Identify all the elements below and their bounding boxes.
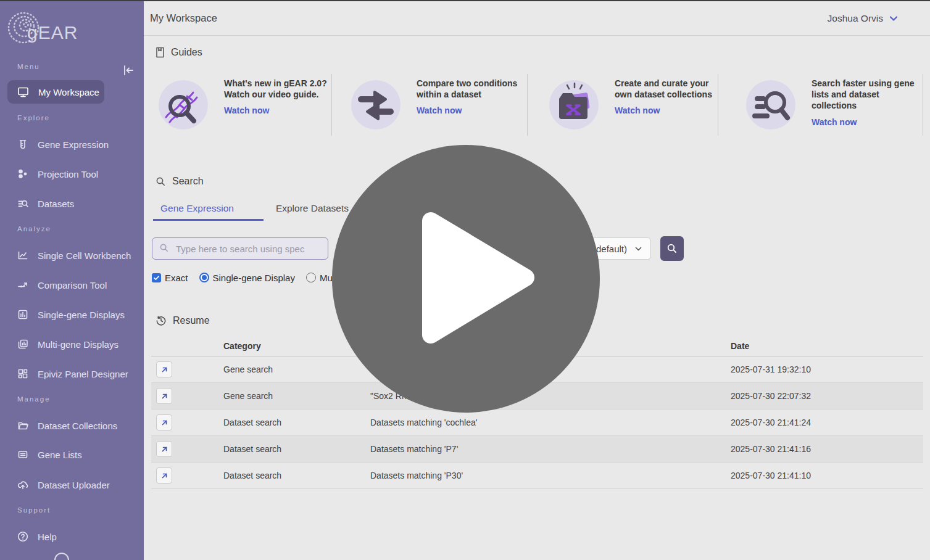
guide-card-dataset-collections: Create and curate your own dataset colle… [528, 74, 718, 136]
row-label: Datasets matching 'cochlea' [370, 418, 477, 427]
section-label-menu: Menu [17, 63, 40, 70]
user-menu[interactable]: Joshua Orvis [828, 13, 899, 24]
top-border-strip [0, 0, 930, 1]
open-search-button[interactable] [156, 467, 172, 484]
bar-chart-icon [17, 308, 29, 321]
sidebar-item-help[interactable]: Help [7, 525, 136, 548]
sidebar-item-label: Epiviz Panel Designer [38, 369, 128, 379]
guide-book-icon [156, 47, 165, 58]
sidebar-item-partial-icon [54, 553, 69, 560]
sidebar-item-label: Help [38, 532, 57, 542]
search-heading: Search [156, 176, 204, 187]
section-label-explore: Explore [17, 114, 50, 121]
sidebar-item-label: Dataset Collections [38, 421, 117, 431]
resume-heading: Resume [156, 315, 210, 326]
open-search-button[interactable] [156, 361, 172, 377]
search-icon [156, 176, 166, 187]
search-tabs: Gene Expression Explore Datasets [153, 200, 361, 221]
arrow-up-right-icon [160, 419, 168, 427]
row-category: Dataset search [223, 444, 281, 454]
list-card-icon [17, 448, 29, 461]
sidebar-item-dataset-uploader[interactable]: Dataset Uploader [7, 473, 136, 496]
compare-arrows-icon [17, 279, 29, 291]
search-heading-label: Search [172, 176, 204, 187]
search-submit-button[interactable] [660, 236, 684, 261]
multi-gene-radio[interactable] [306, 273, 316, 282]
chevron-down-icon [888, 13, 899, 24]
test-tube-icon [17, 138, 29, 150]
arrow-up-right-icon [160, 472, 168, 480]
sidebar-item-label: Projection Tool [38, 169, 98, 179]
arrow-up-right-icon [160, 392, 168, 400]
gear-workspace-page: gEAR Menu My Workspace Explore [0, 0, 930, 560]
arrow-up-right-icon [160, 366, 168, 374]
sidebar-item-label: My Workspace [38, 87, 99, 97]
guide-card-title: Create and curate your own dataset colle… [615, 78, 718, 100]
topbar: My Workspace Joshua Orvis [144, 1, 930, 36]
row-category: Gene search [223, 364, 273, 374]
sidebar-item-single-cell-workbench[interactable]: Single Cell Workbench [7, 244, 136, 267]
sidebar-item-label: Comparison Tool [38, 280, 107, 290]
sidebar-item-gene-lists[interactable]: Gene Lists [7, 443, 136, 466]
sidebar-item-epiviz-panel-designer[interactable]: Epiviz Panel Designer [7, 362, 136, 385]
column-header-date: Date [731, 341, 749, 351]
row-label: Datasets matching 'P7' [370, 444, 458, 454]
help-circle-icon [17, 530, 29, 543]
sidebar-item-gene-expression[interactable]: Gene Expression [7, 133, 136, 156]
watch-now-link[interactable]: Watch now [812, 117, 857, 127]
sidebar-item-label: Dataset Uploader [38, 480, 110, 490]
resume-heading-label: Resume [173, 315, 210, 326]
single-gene-option: Single-gene Display [199, 273, 295, 283]
row-date: 2025-07-30 21:41:10 [731, 471, 811, 480]
guides-cards: What's new in gEAR 2.0? Watch our video … [151, 74, 923, 136]
sidebar-item-label: Single Cell Workbench [38, 250, 131, 261]
table-row: Dataset search Datasets matching 'cochle… [151, 410, 923, 436]
watch-now-link[interactable]: Watch now [417, 105, 462, 115]
row-category: Dataset search [223, 471, 281, 480]
sidebar-item-single-gene-displays[interactable]: Single-gene Displays [7, 303, 136, 326]
monitor-icon [17, 86, 30, 98]
search-icon [159, 243, 169, 253]
folder-dna-icon [548, 79, 600, 131]
sidebar-item-my-workspace[interactable]: My Workspace [7, 80, 104, 104]
open-search-button[interactable] [156, 388, 172, 404]
guides-heading-label: Guides [171, 47, 202, 58]
section-label-support: Support [17, 506, 51, 514]
sidebar-item-label: Datasets [38, 199, 74, 209]
gear-logo: gEAR [5, 6, 98, 49]
cloud-upload-icon [17, 479, 29, 491]
guides-heading: Guides [156, 47, 202, 58]
sidebar-item-dataset-collections[interactable]: Dataset Collections [7, 414, 136, 437]
single-gene-radio[interactable] [199, 273, 209, 282]
open-search-button[interactable] [156, 441, 172, 457]
guide-card-title: What's new in gEAR 2.0? Watch our video … [224, 78, 331, 100]
sidebar-collapse-button[interactable] [121, 63, 136, 78]
watch-now-link[interactable]: Watch now [615, 105, 660, 115]
cluster-dots-icon [17, 168, 29, 180]
search-icon [666, 243, 678, 254]
sidebar-item-datasets[interactable]: Datasets [7, 192, 136, 215]
sidebar: gEAR Menu My Workspace Explore [0, 0, 144, 560]
guide-card-search-faster: Search faster using gene lists and datas… [718, 74, 923, 136]
column-header-category: Category [223, 341, 261, 351]
sidebar-item-label: Gene Expression [38, 139, 109, 150]
row-category: Gene search [223, 391, 273, 401]
row-category: Dataset search [223, 418, 281, 427]
video-play-button[interactable] [332, 145, 600, 413]
gene-search-input[interactable] [152, 237, 328, 260]
row-date: 2025-07-30 22:07:32 [731, 391, 811, 401]
magnifier-dna-icon [157, 79, 209, 131]
open-search-button[interactable] [156, 414, 172, 430]
guide-card-whats-new: What's new in gEAR 2.0? Watch our video … [151, 74, 332, 136]
guide-card-compare-conditions: Compare two conditions within a dataset … [332, 74, 528, 136]
sidebar-item-projection-tool[interactable]: Projection Tool [7, 162, 136, 186]
exact-checkbox[interactable] [152, 273, 161, 282]
exact-option: Exact [152, 273, 188, 283]
sidebar-item-multi-gene-displays[interactable]: Multi-gene Displays [7, 332, 136, 356]
tab-gene-expression[interactable]: Gene Expression [153, 200, 264, 221]
gene-search-input-wrap [152, 237, 328, 260]
watch-now-link[interactable]: Watch now [224, 105, 269, 115]
collapse-arrow-icon [121, 63, 136, 78]
sidebar-item-comparison-tool[interactable]: Comparison Tool [7, 273, 136, 297]
sidebar-item-label: Single-gene Displays [38, 310, 125, 320]
